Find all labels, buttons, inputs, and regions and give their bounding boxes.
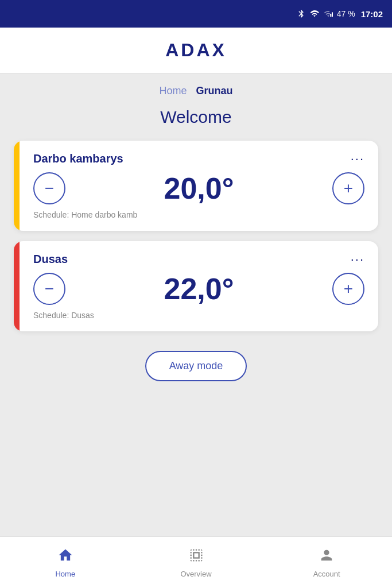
room-controls-2: − 22,0° + [33,273,364,305]
status-bar: 47 % 17:02 [0,0,392,28]
room-card-header-1: Darbo kambarys ··· [33,152,364,165]
room-name-1: Darbo kambarys [33,152,123,165]
breadcrumb-home[interactable]: Home [159,85,187,97]
room-card-darbo-kambarys: Darbo kambarys ··· − 20,0° + Schedule: H… [14,141,378,231]
status-icons: 47 % 17:02 [297,9,383,19]
clock: 17:02 [361,9,383,19]
nav-item-home[interactable]: Home [0,547,131,578]
overview-icon [188,547,204,567]
svg-rect-1 [332,12,333,17]
breadcrumb: Home Grunau [159,85,232,97]
home-icon [57,547,73,567]
svg-rect-0 [330,14,331,17]
room-indicator-orange [14,241,20,331]
decrease-temp-button-2[interactable]: − [33,273,65,305]
main-content: Home Grunau Welcome Darbo kambarys ··· −… [0,74,392,536]
room-card-dusas: Dusas ··· − 22,0° + Schedule: Dusas [14,241,378,331]
nav-label-overview: Overview [180,570,211,578]
temperature-display-2: 22,0° [164,274,234,304]
room-menu-button-2[interactable]: ··· [351,253,364,266]
bluetooth-icon [297,9,306,18]
nav-item-account[interactable]: Account [261,547,392,578]
temperature-display-1: 20,0° [164,173,234,203]
app-logo: ADAX [165,40,227,61]
schedule-label-1: Schedule: Home darbo kamb [33,210,364,219]
away-mode-button[interactable]: Away mode [145,351,247,381]
app-header: ADAX [0,28,392,74]
wifi-icon [309,9,320,18]
nav-label-home: Home [55,570,75,578]
schedule-label-2: Schedule: Dusas [33,311,364,320]
nav-label-account: Account [313,570,340,578]
room-indicator-yellow [14,141,20,231]
signal-icon [323,9,333,18]
account-icon [319,547,335,567]
increase-temp-button-1[interactable]: + [332,172,364,204]
room-menu-button-1[interactable]: ··· [351,153,364,165]
decrease-temp-button-1[interactable]: − [33,172,65,204]
increase-temp-button-2[interactable]: + [332,273,364,305]
room-name-2: Dusas [33,253,68,266]
welcome-title: Welcome [160,107,231,127]
room-controls-1: − 20,0° + [33,172,364,204]
bottom-nav: Home Overview Account [0,536,392,588]
room-card-header-2: Dusas ··· [33,253,364,266]
breadcrumb-current[interactable]: Grunau [196,85,233,97]
nav-item-overview[interactable]: Overview [131,547,262,578]
battery-level: 47 % [337,9,355,18]
